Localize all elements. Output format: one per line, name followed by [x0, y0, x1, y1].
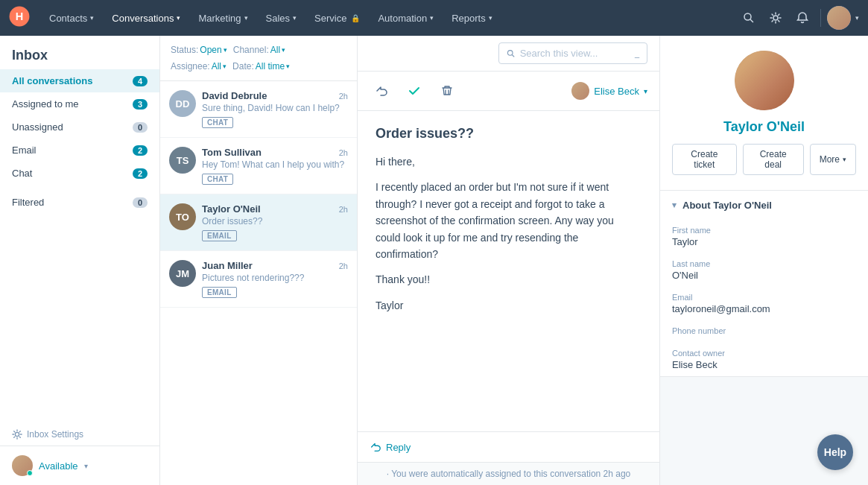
user-menu-chevron: ▾ [855, 14, 859, 22]
resolve-button[interactable] [402, 79, 426, 103]
contact-avatar [735, 51, 794, 110]
contact-name: Taylor O'Neil [723, 119, 805, 135]
field-contact-owner: Contact owner Elise Beck [660, 343, 868, 376]
conversation-item[interactable]: DD David Debrule 2h Sure thing, David! H… [160, 81, 357, 138]
sidebar-footer: Available ▾ [0, 446, 159, 485]
date-chevron-icon: ▾ [286, 63, 290, 70]
assignee-selector[interactable]: Elise Beck ▾ [571, 82, 647, 100]
sidebar-item-filtered[interactable]: Filtered 0 [0, 191, 159, 214]
search-shortcut: _ [635, 49, 639, 58]
main-layout: Inbox All conversations 4 Assigned to me… [0, 36, 868, 485]
help-button[interactable]: Help [817, 434, 853, 470]
chevron-down-icon: ▾ [293, 14, 297, 22]
status-dot [27, 470, 33, 476]
search-input[interactable] [520, 48, 630, 59]
field-phone: Phone number [660, 320, 868, 343]
channel-chevron-icon: ▾ [282, 46, 285, 54]
field-email: Email tayloroneil@gmail.com [660, 287, 868, 320]
sidebar: Inbox All conversations 4 Assigned to me… [0, 36, 160, 485]
conversation-item[interactable]: TO Taylor O'Neil 2h Order issues?? EMAIL [160, 194, 357, 251]
conversation-item[interactable]: TS Tom Sullivan 2h Hey Tom! What can I h… [160, 138, 357, 194]
auto-assign-message: · You were automatically assigned to thi… [358, 462, 659, 485]
chevron-down-icon: ▾ [244, 14, 248, 22]
available-chevron-icon: ▾ [84, 462, 88, 470]
settings-icon-btn[interactable] [764, 6, 788, 30]
assignee-avatar [571, 82, 589, 100]
hubspot-logo[interactable]: H [9, 6, 33, 30]
chevron-down-icon: ▾ [430, 14, 434, 22]
filter-bar: Status: Open ▾ Channel: All ▾ Assignee: … [160, 36, 357, 81]
sidebar-item-all-conversations[interactable]: All conversations 4 [0, 69, 159, 92]
nav-service[interactable]: Service 🔒 [307, 8, 367, 28]
chevron-down-icon: ▾ [489, 14, 492, 22]
notifications-icon-btn[interactable] [791, 6, 814, 30]
contact-actions: Create ticket Create deal More ▾ [672, 144, 856, 175]
svg-text:H: H [16, 10, 24, 22]
assignee-chevron-icon: ▾ [223, 63, 226, 70]
assignee-chevron-icon: ▾ [644, 87, 647, 95]
nav-action-icons: ▾ [737, 6, 859, 30]
conversation-subject: Order issues?? [376, 126, 642, 142]
gear-icon [12, 429, 22, 440]
svg-point-4 [15, 432, 19, 436]
contact-header: Taylor O'Neil Create ticket Create deal … [660, 36, 868, 191]
svg-point-5 [507, 50, 513, 55]
inbox-title: Inbox [0, 36, 159, 69]
search-box[interactable]: _ [498, 42, 647, 64]
delete-button[interactable] [435, 79, 459, 103]
svg-point-2 [744, 13, 751, 20]
inbox-settings-link[interactable]: Inbox Settings [0, 423, 159, 446]
field-last-name: Last name O'Neil [660, 253, 868, 287]
nav-automation[interactable]: Automation ▾ [370, 8, 441, 28]
conversation-search-area: _ [358, 36, 659, 72]
channel-filter[interactable]: Channel: All ▾ [233, 45, 285, 55]
search-icon [507, 48, 516, 59]
nav-conversations[interactable]: Conversations ▾ [104, 8, 188, 28]
field-first-name: First name Taylor [660, 220, 868, 253]
avatar: TO [169, 203, 196, 230]
more-button[interactable]: More ▾ [810, 144, 856, 175]
conversation-body: Order issues?? Hi there, I recently plac… [358, 111, 659, 431]
lock-icon: 🔒 [351, 14, 360, 22]
sidebar-nav: All conversations 4 Assigned to me 3 Una… [0, 69, 159, 423]
more-chevron-icon: ▾ [843, 156, 846, 163]
reply-button[interactable]: Reply [370, 441, 647, 453]
create-deal-button[interactable]: Create deal [743, 144, 804, 175]
top-nav: H Contacts ▾ Conversations ▾ Marketing ▾… [0, 0, 868, 36]
right-panel: Taylor O'Neil Create ticket Create deal … [659, 36, 868, 485]
svg-point-3 [773, 16, 778, 20]
reply-back-button[interactable] [370, 79, 393, 103]
chevron-down-icon: ▾ [90, 14, 94, 22]
status-filter[interactable]: Status: Open ▾ [171, 45, 227, 55]
sidebar-item-chat[interactable]: Chat 2 [0, 162, 159, 185]
reply-icon [370, 441, 381, 453]
nav-contacts[interactable]: Contacts ▾ [42, 8, 101, 28]
avatar: JM [169, 260, 196, 287]
reply-area: Reply [358, 431, 659, 462]
user-avatar[interactable] [827, 6, 851, 30]
chevron-down-icon: ▾ [177, 14, 180, 22]
create-ticket-button[interactable]: Create ticket [672, 144, 737, 175]
sidebar-item-unassigned[interactable]: Unassigned 0 [0, 115, 159, 139]
conversation-item[interactable]: JM Juan Miller 2h Pictures not rendering… [160, 251, 357, 308]
conversation-list: Status: Open ▾ Channel: All ▾ Assignee: … [160, 36, 358, 485]
section-chevron-icon: ▾ [672, 200, 677, 210]
date-filter[interactable]: Date: All time ▾ [232, 61, 290, 72]
about-section: ▾ About Taylor O'Neil First name Taylor … [660, 191, 868, 377]
conversation-toolbar: Elise Beck ▾ [358, 72, 659, 111]
nav-sales[interactable]: Sales ▾ [259, 8, 305, 28]
assignee-filter[interactable]: Assignee: All ▾ [171, 61, 226, 72]
sidebar-item-assigned-to-me[interactable]: Assigned to me 3 [0, 92, 159, 115]
about-section-header[interactable]: ▾ About Taylor O'Neil [660, 191, 868, 220]
conversation-main: _ Elise Beck ▾ Order issues?? Hi ther [358, 36, 659, 485]
nav-marketing[interactable]: Marketing ▾ [191, 8, 255, 28]
status-chevron-icon: ▾ [224, 46, 227, 54]
sidebar-item-email[interactable]: Email 2 [0, 139, 159, 162]
avatar: DD [169, 90, 196, 117]
avatar: TS [169, 147, 196, 174]
search-icon-btn[interactable] [737, 6, 761, 30]
nav-reports[interactable]: Reports ▾ [444, 8, 500, 28]
conversation-list-items: DD David Debrule 2h Sure thing, David! H… [160, 81, 357, 485]
user-avatar-small [12, 455, 33, 476]
email-body: Hi there, I recently placed an order but… [376, 153, 642, 314]
